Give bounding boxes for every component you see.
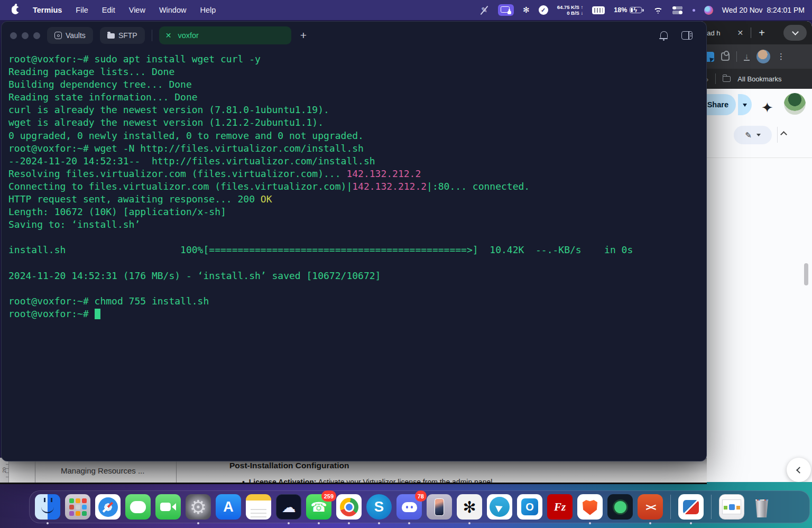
- dock-settings[interactable]: ⚙: [186, 494, 211, 520]
- dock-brave[interactable]: [577, 494, 603, 520]
- scrollbar-thumb[interactable]: [804, 263, 808, 285]
- termius-window: Vaults SFTP ✕ voxfor + root@voxfor:~# su…: [1, 21, 707, 461]
- terminal-line: install.sh 100%[========================…: [8, 244, 706, 256]
- siri-icon[interactable]: [704, 6, 713, 15]
- dock-windowsapp[interactable]: ><: [638, 494, 663, 520]
- collapse-toolbar-button[interactable]: [781, 129, 786, 139]
- running-indicator: [318, 522, 320, 524]
- terminal-line: 2024-11-20 14:52:31 (176 MB/s) - ‘instal…: [8, 270, 706, 282]
- notifications-bell-icon[interactable]: [660, 31, 668, 38]
- terminal-line: 0 upgraded, 0 newly installed, 0 to remo…: [8, 129, 706, 142]
- notification-badge: 259: [321, 490, 336, 502]
- dock-vmware[interactable]: [678, 494, 704, 520]
- running-indicator: [690, 522, 692, 524]
- dock-safari[interactable]: [95, 494, 121, 520]
- running-indicator: [408, 522, 410, 524]
- dock-installer[interactable]: [719, 494, 744, 520]
- running-indicator: [288, 522, 290, 524]
- extensions-icon[interactable]: [721, 52, 730, 61]
- doc-bullet-line: • License Activation: Activate your Virt…: [242, 478, 492, 484]
- gemini-sparkle-icon[interactable]: ✦: [761, 99, 773, 116]
- tab-close-icon[interactable]: ✕: [737, 29, 744, 37]
- dock-finder[interactable]: [35, 494, 60, 520]
- dock-facetime[interactable]: [155, 494, 181, 520]
- all-bookmarks-label[interactable]: All Bookmarks: [737, 75, 781, 83]
- dock-whatsapp[interactable]: ☎259: [306, 494, 331, 520]
- dock-chrome[interactable]: [336, 494, 362, 520]
- camo-icon: [607, 494, 633, 520]
- outlook-icon: O: [517, 494, 542, 520]
- chatgpt-menu-icon[interactable]: ✻: [523, 5, 530, 15]
- pen-disabled-icon[interactable]: ✎: [479, 6, 489, 14]
- tab-search-button[interactable]: [783, 25, 807, 41]
- back-float-button[interactable]: [787, 458, 811, 482]
- window-close-button[interactable]: [10, 32, 17, 39]
- terminal-line: [8, 257, 706, 270]
- menu-bar: Termius File Edit View Window Help ✎ ✻ ✓…: [0, 0, 812, 20]
- battery-indicator[interactable]: 18%: [614, 6, 644, 14]
- wifi-icon[interactable]: [653, 6, 663, 14]
- browser-menu-icon[interactable]: ⋮: [777, 52, 786, 61]
- apple-logo-icon[interactable]: [12, 6, 19, 14]
- menu-clock[interactable]: Wed 20 Nov 8:24:01 PM: [722, 6, 805, 14]
- terminal-line: Length: 10672 (10K) [application/x-sh]: [8, 206, 706, 218]
- bookmarks-bar: » All Bookmarks: [698, 69, 812, 89]
- bookmarks-folder-icon[interactable]: [723, 76, 731, 82]
- running-indicator: [47, 522, 49, 524]
- control-center-icon[interactable]: [672, 6, 684, 14]
- menu-app-name[interactable]: Termius: [33, 6, 62, 14]
- browser-window: oad h ✕ + ↓ ⋮ » All Bookmarks Share ✦ ✎: [698, 21, 812, 482]
- checkmark-status-icon[interactable]: ✓: [539, 5, 548, 15]
- tab-close-icon[interactable]: ✕: [165, 31, 172, 40]
- docs-page-strip[interactable]: 20 Managing Resources ... Post-Installat…: [0, 458, 707, 484]
- menu-file[interactable]: File: [76, 6, 88, 14]
- dock-iphone[interactable]: [427, 494, 452, 520]
- chrome-icon: [336, 494, 362, 520]
- window-zoom-button[interactable]: [33, 32, 40, 39]
- dock-skype[interactable]: S: [366, 494, 392, 520]
- dock-launchpad[interactable]: [65, 494, 90, 520]
- menu-window[interactable]: Window: [159, 6, 187, 14]
- menu-help[interactable]: Help: [200, 6, 216, 14]
- new-tab-button[interactable]: +: [759, 27, 765, 39]
- dock-discord[interactable]: 78: [396, 494, 422, 520]
- safari-icon: [95, 494, 121, 520]
- window-minimize-button[interactable]: [22, 32, 29, 39]
- menu-view[interactable]: View: [129, 6, 145, 14]
- dock-telegram[interactable]: [487, 494, 512, 520]
- keyboard-icon[interactable]: [592, 6, 605, 14]
- battery-icon: [630, 7, 642, 13]
- screen-mirroring-icon[interactable]: [498, 4, 514, 16]
- vaults-button[interactable]: Vaults: [47, 27, 93, 44]
- terminal-output[interactable]: root@voxfor:~# sudo apt install wget cur…: [2, 49, 706, 320]
- docs-account-avatar[interactable]: [784, 93, 806, 115]
- terminal-line: wget is already the newest version (1.21…: [8, 116, 706, 129]
- dock-filezilla[interactable]: Fz: [547, 494, 573, 520]
- terminal-line: [8, 282, 706, 295]
- side-panel-icon[interactable]: [681, 31, 693, 40]
- tab-voxfor[interactable]: ✕ voxfor: [159, 26, 291, 44]
- dock-separator: [670, 495, 671, 519]
- vmware-icon: [678, 494, 704, 520]
- brave-icon: [577, 494, 603, 520]
- dock-termius[interactable]: ☁: [276, 494, 301, 520]
- downloads-icon[interactable]: ↓: [744, 53, 750, 61]
- browser-profile-avatar[interactable]: [756, 50, 770, 63]
- dock-notes[interactable]: [246, 494, 271, 520]
- dock-outlook[interactable]: O: [517, 494, 542, 520]
- finder-icon: [35, 494, 60, 520]
- editing-mode-button[interactable]: ✎: [734, 126, 772, 144]
- new-terminal-tab-button[interactable]: +: [300, 29, 307, 42]
- skype-icon: S: [366, 494, 392, 520]
- dock-camo[interactable]: [607, 494, 633, 520]
- dock-chatgpt[interactable]: ✻: [457, 494, 482, 520]
- sftp-button[interactable]: SFTP: [100, 27, 145, 44]
- terminal-line: curl is already the newest version (7.81…: [8, 104, 706, 116]
- doc-cell-text: Managing Resources ...: [61, 466, 144, 475]
- network-speed-indicator[interactable]: 64.75 K/S ↑0 B/S ↓: [557, 4, 584, 16]
- dock-messages[interactable]: [125, 494, 151, 520]
- share-dropdown-button[interactable]: [737, 94, 752, 115]
- dock-trash[interactable]: [749, 494, 774, 520]
- dock-appstore[interactable]: A: [216, 494, 241, 520]
- menu-edit[interactable]: Edit: [102, 6, 115, 14]
